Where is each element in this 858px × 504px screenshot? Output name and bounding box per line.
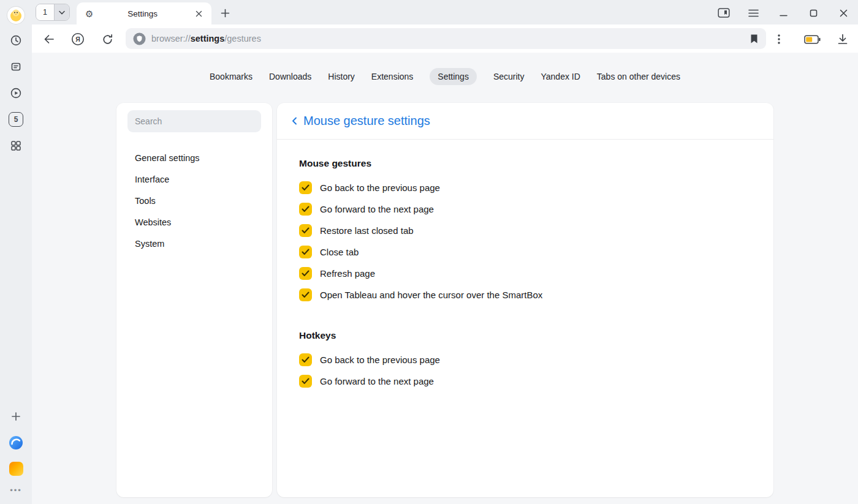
services-grid-icon[interactable] (0, 132, 32, 159)
nav-bookmarks[interactable]: Bookmarks (210, 68, 252, 85)
search-wrap (116, 110, 272, 132)
yandex-search-icon[interactable]: Я (70, 31, 86, 47)
cards-row: General settings Interface Tools Website… (116, 103, 773, 497)
option-label: Open Tableau and hover the cursor over t… (320, 290, 542, 300)
kebab-menu-icon[interactable] (771, 31, 787, 47)
page-header: Mouse gesture settings (277, 103, 773, 140)
profile-avatar[interactable] (0, 4, 32, 27)
option-label: Go forward to the next page (320, 376, 434, 386)
nav-settings[interactable]: Settings (430, 68, 477, 85)
new-tab-button[interactable] (218, 6, 232, 20)
tab-close-icon[interactable] (192, 7, 205, 20)
section-hotkeys: Hotkeys Go back to the previous page Go … (299, 330, 751, 392)
checkbox-checked[interactable] (299, 375, 312, 388)
browser-logo-icon[interactable] (0, 429, 32, 456)
option-label: Refresh page (320, 268, 375, 279)
hotkey-go-forward[interactable]: Go forward to the next page (299, 370, 751, 392)
settings-sidebar-card: General settings Interface Tools Website… (116, 103, 272, 497)
tab-count-badge: 5 (9, 112, 23, 127)
back-icon[interactable] (41, 31, 57, 47)
url-text: browser://settings/gestures (151, 34, 261, 43)
option-open-tableau[interactable]: Open Tableau and hover the cursor over t… (299, 284, 751, 306)
checkbox-checked[interactable] (299, 203, 312, 216)
url-field[interactable]: browser://settings/gestures (126, 28, 766, 49)
section-heading: Hotkeys (299, 330, 751, 341)
option-label: Go back to the previous page (320, 182, 440, 193)
url-prefix: browser:// (151, 34, 191, 43)
nav-extensions[interactable]: Extensions (371, 68, 413, 85)
tab-settings[interactable]: ⚙ Settings (77, 2, 211, 24)
checkbox-checked[interactable] (299, 288, 312, 301)
tab-bar: 1 ⚙ Settings (32, 0, 858, 24)
tab-group-button[interactable]: 1 (36, 4, 70, 21)
settings-page: Bookmarks Downloads History Extensions S… (32, 53, 858, 504)
option-go-back[interactable]: Go back to the previous page (299, 177, 751, 198)
add-panel-icon[interactable] (0, 403, 32, 429)
url-path: /gestures (224, 34, 261, 43)
mail-logo-icon[interactable] (0, 456, 32, 482)
nav-security[interactable]: Security (493, 68, 525, 85)
avatar (7, 7, 25, 24)
option-label: Close tab (320, 247, 359, 257)
sidebar-item-general-settings[interactable]: General settings (116, 147, 272, 168)
reload-icon[interactable] (99, 31, 115, 47)
tab-title: Settings (93, 9, 192, 18)
settings-top-nav: Bookmarks Downloads History Extensions S… (210, 67, 680, 86)
option-label: Go forward to the next page (320, 204, 434, 214)
option-restore-tab[interactable]: Restore last closed tab (299, 220, 751, 241)
checkbox-checked[interactable] (299, 181, 312, 194)
option-label: Go back to the previous page (320, 355, 440, 365)
close-button[interactable] (835, 5, 851, 21)
tab-group-count: 1 (36, 4, 54, 20)
settings-section-list: General settings Interface Tools Website… (116, 147, 272, 254)
option-refresh-page[interactable]: Refresh page (299, 263, 751, 284)
bookmark-icon[interactable] (750, 34, 759, 44)
battery-icon[interactable] (803, 31, 821, 47)
section-mouse-gestures: Mouse gestures Go back to the previous p… (299, 158, 751, 306)
svg-text:Я: Я (75, 36, 80, 43)
sidebar-item-interface[interactable]: Interface (116, 168, 272, 190)
mail-logo (9, 462, 23, 476)
sidebar-item-websites[interactable]: Websites (116, 211, 272, 233)
collections-icon[interactable] (0, 53, 32, 80)
gesture-settings-card: Mouse gesture settings Mouse gestures Go… (277, 103, 773, 497)
history-icon[interactable] (0, 27, 32, 53)
more-options-icon[interactable]: ••• (0, 482, 32, 498)
download-icon[interactable] (835, 31, 851, 47)
left-rail: 5 ••• (0, 0, 32, 504)
nav-history[interactable]: History (328, 68, 355, 85)
url-host: settings (191, 34, 225, 43)
search-input[interactable] (127, 110, 261, 132)
nav-downloads[interactable]: Downloads (269, 68, 311, 85)
option-go-forward[interactable]: Go forward to the next page (299, 198, 751, 220)
checkbox-checked[interactable] (299, 246, 312, 258)
chevron-down-icon[interactable] (54, 4, 69, 20)
nav-yandex-id[interactable]: Yandex ID (541, 68, 580, 85)
section-heading: Mouse gestures (299, 158, 751, 169)
gear-icon: ⚙ (85, 9, 93, 18)
checkbox-checked[interactable] (299, 353, 312, 366)
page-title[interactable]: Mouse gesture settings (303, 114, 430, 128)
option-label: Restore last closed tab (320, 225, 414, 236)
minimize-button[interactable] (775, 5, 791, 21)
hotkey-go-back[interactable]: Go back to the previous page (299, 349, 751, 370)
checkbox-checked[interactable] (299, 224, 312, 237)
option-close-tab[interactable]: Close tab (299, 241, 751, 263)
address-bar: Я browser://settings/gestures (32, 24, 858, 53)
protect-shield-icon (133, 32, 146, 45)
sidebar-item-system[interactable]: System (116, 233, 272, 254)
tab-counter[interactable]: 5 (0, 106, 32, 132)
back-chevron-icon[interactable] (290, 116, 299, 126)
checkbox-checked[interactable] (299, 267, 312, 280)
sidebar-panel-icon[interactable] (716, 5, 732, 21)
menu-icon[interactable] (745, 5, 761, 21)
sidebar-item-tools[interactable]: Tools (116, 190, 272, 211)
video-icon[interactable] (0, 80, 32, 106)
maximize-button[interactable] (805, 5, 821, 21)
ellipsis-icon: ••• (10, 486, 22, 495)
nav-tabs-other-devices[interactable]: Tabs on other devices (597, 68, 680, 85)
page-body: Mouse gestures Go back to the previous p… (277, 140, 773, 414)
